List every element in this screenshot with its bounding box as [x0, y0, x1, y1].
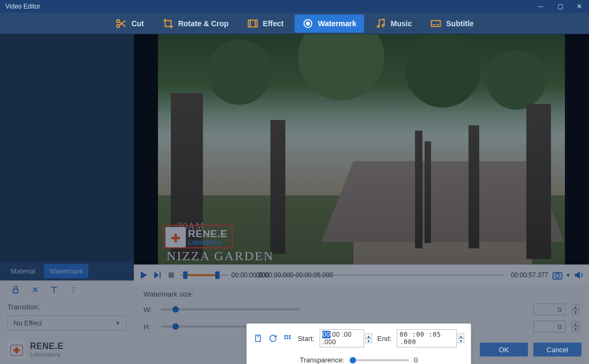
- range-label: 00:00:00.000-00:00:05.000: [256, 271, 333, 279]
- brand-sub: Laboratory: [30, 351, 64, 358]
- trim-end-handle[interactable]: [215, 271, 220, 279]
- crop-icon: [162, 18, 174, 29]
- delete-icon[interactable]: ✕: [30, 285, 40, 294]
- svg-rect-21: [289, 338, 291, 339]
- body: Material Watermark ✕ ⋮ Transition: No Ef…: [0, 34, 589, 364]
- tab-watermark[interactable]: Watermark: [294, 14, 364, 33]
- h-label: H:: [144, 323, 155, 331]
- transparence-label: Transparence:: [300, 356, 344, 364]
- text-icon[interactable]: [49, 285, 59, 294]
- tab-music[interactable]: Music: [367, 14, 420, 33]
- chevron-down-icon[interactable]: ▾: [567, 271, 570, 279]
- width-slider[interactable]: [161, 308, 300, 310]
- transition-select[interactable]: No Effect ▼: [7, 315, 126, 331]
- end-stepper[interactable]: ▲▼: [458, 333, 464, 343]
- svg-rect-12: [169, 272, 174, 278]
- start-hh[interactable]: 00: [322, 331, 330, 338]
- trim-timeline[interactable]: [180, 271, 228, 279]
- start-time-field[interactable]: 00:00 :00 .000 ▲▼: [320, 329, 372, 347]
- maximize-button[interactable]: ▢: [550, 0, 570, 13]
- watermark-text: RENE.E: [188, 229, 228, 239]
- video-preview[interactable]: 30AM RENE.E Laboratory NIZZA GARDEN: [158, 34, 565, 264]
- svg-point-4: [306, 22, 309, 25]
- film-icon: [247, 18, 259, 29]
- brand-footer: RENE.E Laboratory: [0, 335, 134, 364]
- watermark-subtext: Laboratory: [188, 239, 228, 246]
- watermark-overlay[interactable]: RENE.E Laboratory: [163, 225, 233, 248]
- close-button[interactable]: ✕: [570, 0, 589, 13]
- left-toolbar: ✕ ⋮: [0, 280, 134, 299]
- svg-rect-11: [160, 271, 161, 278]
- brand-logo-icon: [7, 340, 26, 359]
- tab-cut-label: Cut: [131, 19, 144, 28]
- tab-music-label: Music: [391, 19, 412, 28]
- left-tabs: Material Watermark: [0, 262, 134, 280]
- left-preview-area: [0, 34, 134, 262]
- svg-rect-8: [13, 289, 18, 293]
- start-stepper[interactable]: ▲▼: [365, 333, 372, 343]
- marker-icon[interactable]: [253, 333, 263, 344]
- refresh-icon[interactable]: [268, 333, 278, 344]
- watermark-icon: [302, 18, 314, 29]
- chevron-down-icon: ▼: [115, 320, 120, 326]
- tab-effect-label: Effect: [263, 19, 284, 28]
- tab-rotate-label: Rotate & Crop: [178, 19, 229, 28]
- preview-caption: NIZZA GARDEN: [167, 249, 274, 263]
- transport-bar: 00:00:00.000 00:00:00.000-00:00:05.000 0…: [134, 264, 589, 285]
- height-stepper[interactable]: ▲▼: [572, 321, 579, 332]
- more-icon[interactable]: ⋮: [69, 285, 78, 294]
- transition-value: No Effect: [13, 319, 42, 327]
- tab-watermark-label: Watermark: [318, 19, 357, 28]
- snapshot-button[interactable]: [552, 269, 563, 281]
- height-value[interactable]: 0: [533, 321, 565, 332]
- main-toolbar: Cut Rotate & Crop Effect Watermark Music…: [0, 13, 589, 34]
- watermark-logo-icon: [165, 227, 186, 247]
- width-stepper[interactable]: ▲▼: [572, 304, 579, 315]
- tab-subtitle[interactable]: Subtitle: [422, 14, 481, 33]
- subtitle-icon: [430, 18, 442, 29]
- volume-button[interactable]: [573, 269, 585, 281]
- main-panel: 30AM RENE.E Laboratory NIZZA GARDEN: [134, 34, 589, 364]
- window-title: Video Editor: [5, 3, 40, 10]
- tab-subtitle-label: Subtitle: [446, 19, 473, 28]
- watermark-time-popup: Start: 00:00 :00 .000 ▲▼ End: 00 :00 :05…: [246, 323, 471, 364]
- stop-button[interactable]: [166, 270, 177, 280]
- cancel-button[interactable]: Cancel: [533, 343, 582, 357]
- transparence-value: 0: [414, 356, 418, 364]
- svg-point-6: [382, 24, 384, 26]
- transparence-slider[interactable]: [350, 359, 409, 361]
- svg-rect-16: [284, 335, 286, 337]
- left-tab-material[interactable]: Material: [5, 264, 41, 278]
- svg-point-14: [555, 274, 559, 277]
- svg-rect-17: [287, 335, 289, 337]
- trim-start-handle[interactable]: [183, 271, 187, 279]
- w-label: W:: [144, 306, 155, 314]
- end-time-field[interactable]: 00 :00 :05 .000 ▲▼: [397, 329, 464, 347]
- play-button[interactable]: [138, 270, 149, 280]
- svg-rect-7: [432, 20, 441, 26]
- brand-name: RENE.E: [30, 342, 64, 351]
- ok-button[interactable]: OK: [480, 343, 528, 357]
- svg-rect-20: [287, 338, 289, 339]
- end-value[interactable]: 00 :00 :05 .000: [397, 329, 456, 347]
- watermark-size-label: Watermark size:: [144, 290, 208, 298]
- minimize-button[interactable]: ─: [531, 0, 550, 13]
- svg-rect-19: [284, 338, 286, 339]
- tab-cut[interactable]: Cut: [108, 14, 151, 33]
- left-tab-watermark[interactable]: Watermark: [44, 264, 88, 278]
- svg-point-5: [377, 25, 379, 27]
- width-value[interactable]: 0: [533, 304, 565, 315]
- lock-icon[interactable]: [11, 285, 20, 294]
- left-panel: Material Watermark ✕ ⋮ Transition: No Ef…: [0, 34, 134, 364]
- transition-label: Transition:: [7, 303, 126, 311]
- preview-wrap: 30AM RENE.E Laboratory NIZZA GARDEN: [134, 34, 589, 264]
- tab-effect[interactable]: Effect: [239, 14, 291, 33]
- transition-panel: Transition: No Effect ▼: [0, 299, 134, 335]
- dialog-buttons: OK Cancel: [480, 343, 582, 357]
- svg-rect-18: [289, 335, 291, 337]
- grid-icon[interactable]: [283, 333, 292, 344]
- play-range-button[interactable]: [152, 270, 163, 280]
- tab-rotate-crop[interactable]: Rotate & Crop: [155, 14, 236, 33]
- music-icon: [375, 18, 387, 29]
- scissors-icon: [115, 18, 127, 29]
